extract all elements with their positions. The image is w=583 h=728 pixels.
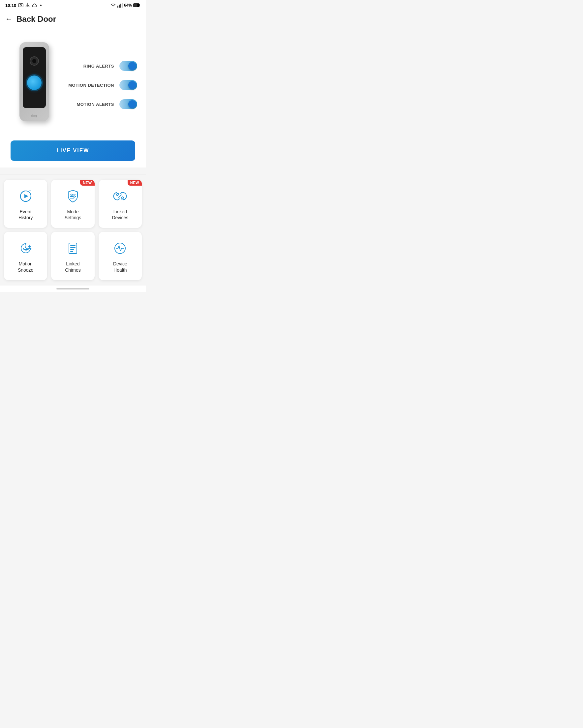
svg-rect-5 <box>122 3 123 7</box>
photo-icon <box>18 3 23 7</box>
doorbell-body: ring <box>20 42 49 121</box>
bottom-bar <box>0 286 146 292</box>
motion-alerts-toggle[interactable] <box>119 99 137 109</box>
time-display: 10:10 <box>5 3 16 8</box>
motion-alerts-thumb <box>128 100 136 108</box>
device-area: ring RING ALERTS MOTION DETECTION <box>5 35 141 138</box>
motion-alerts-row: MOTION ALERTS <box>66 99 137 109</box>
svg-rect-2 <box>118 6 118 7</box>
live-view-button[interactable]: LIVE VIEW <box>10 140 135 161</box>
battery-icon <box>133 3 141 7</box>
ring-alerts-thumb <box>128 62 136 70</box>
ring-alerts-toggle[interactable] <box>119 61 137 71</box>
svg-point-14 <box>73 196 75 198</box>
health-icon <box>113 241 127 256</box>
moon-icon <box>19 241 33 256</box>
motion-detection-thumb <box>128 81 136 89</box>
mode-settings-new-badge: NEW <box>80 180 94 186</box>
mode-settings-card[interactable]: NEW ModeSettings <box>51 180 94 228</box>
linked-chimes-card[interactable]: LinkedChimes <box>51 232 94 280</box>
status-left: 10:10 <box>5 3 42 8</box>
motion-snooze-label: MotionSnooze <box>18 261 33 273</box>
svg-rect-21 <box>69 243 77 254</box>
signal-icon <box>118 3 123 7</box>
feature-grid: EventHistory NEW ModeSettings NEW <box>4 180 142 280</box>
dot-indicator <box>40 5 42 6</box>
status-right: 64% <box>110 3 141 7</box>
header: ← Back Door <box>0 10 146 29</box>
status-bar: 10:10 64% <box>0 0 146 10</box>
back-button[interactable]: ← <box>5 15 12 23</box>
download-icon <box>25 3 30 8</box>
event-history-label: EventHistory <box>19 209 33 220</box>
document-icon <box>66 241 80 256</box>
motion-alerts-label: MOTION ALERTS <box>76 102 114 107</box>
battery-percent: 64% <box>124 3 132 7</box>
shield-settings-icon <box>66 189 80 203</box>
svg-marker-9 <box>24 194 28 198</box>
linked-chimes-label: LinkedChimes <box>65 261 80 273</box>
svg-rect-7 <box>134 4 137 7</box>
linked-devices-label: LinkedDevices <box>112 209 128 220</box>
home-indicator <box>56 288 90 289</box>
doorbell-brand-label: ring <box>31 114 37 118</box>
svg-rect-3 <box>119 5 120 7</box>
motion-detection-row: MOTION DETECTION <box>66 80 137 90</box>
device-health-card[interactable]: DeviceHealth <box>99 232 142 280</box>
ring-alerts-label: RING ALERTS <box>83 63 114 69</box>
page-title: Back Door <box>17 15 56 24</box>
linked-devices-new-badge: NEW <box>128 180 142 186</box>
doorbell-image: ring <box>8 39 60 131</box>
event-history-card[interactable]: EventHistory <box>4 180 47 228</box>
device-health-label: DeviceHealth <box>113 261 127 273</box>
doorbell-screen <box>23 47 46 108</box>
link-icon <box>113 189 127 203</box>
motion-detection-label: MOTION DETECTION <box>68 83 114 88</box>
mode-settings-label: ModeSettings <box>65 209 81 220</box>
doorbell-camera <box>30 56 39 66</box>
svg-rect-0 <box>19 4 23 7</box>
play-history-icon <box>19 189 33 203</box>
motion-snooze-card[interactable]: MotionSnooze <box>4 232 47 280</box>
cloud-icon <box>32 3 38 7</box>
doorbell-ring-button <box>27 76 42 90</box>
svg-point-13 <box>71 194 72 196</box>
toggles-area: RING ALERTS MOTION DETECTION MOTION ALER… <box>60 61 137 109</box>
linked-devices-card[interactable]: NEW LinkedDevices <box>99 180 142 228</box>
grid-section: EventHistory NEW ModeSettings NEW <box>0 175 146 286</box>
svg-rect-4 <box>120 4 121 7</box>
svg-point-1 <box>20 5 22 6</box>
motion-detection-toggle[interactable] <box>119 80 137 90</box>
wifi-icon <box>110 3 116 7</box>
main-content: ring RING ALERTS MOTION DETECTION <box>0 29 146 167</box>
ring-alerts-row: RING ALERTS <box>66 61 137 71</box>
